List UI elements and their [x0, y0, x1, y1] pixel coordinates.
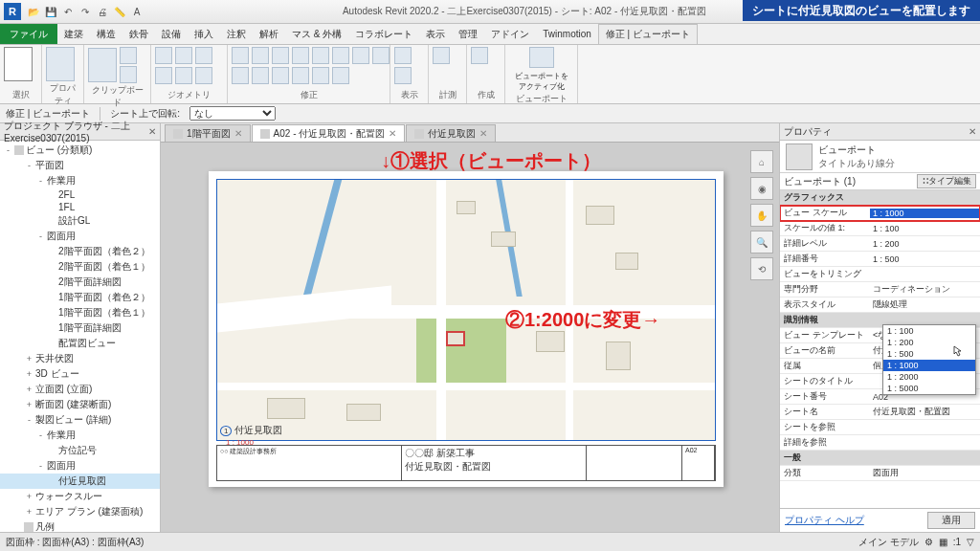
tree-node[interactable]: 配置図ビュー — [0, 336, 160, 351]
qat-print-icon[interactable]: 🖨 — [96, 5, 109, 18]
activate-viewport-icon[interactable] — [529, 47, 554, 68]
create-icon[interactable] — [471, 47, 488, 64]
prop-row[interactable]: 詳細レベル1 : 200 — [780, 236, 980, 252]
nav-zoom-icon[interactable]: 🔍 — [750, 231, 773, 253]
prop-row[interactable]: ビュー スケール1 : 1000 — [780, 206, 980, 221]
qat-redo-icon[interactable]: ↷ — [78, 5, 92, 18]
tree-node[interactable]: 2階平面詳細図 — [0, 275, 160, 290]
modify-tool-icon[interactable] — [292, 47, 309, 64]
modify-icon[interactable] — [4, 47, 33, 81]
view-icon[interactable] — [394, 47, 412, 64]
prop-row[interactable]: シートを参照 — [780, 420, 980, 435]
ribbon-tab[interactable]: 修正 | ビューポート — [598, 24, 698, 44]
instance-selector[interactable]: ビューポート (1) — [784, 175, 856, 188]
rotate-select[interactable]: なし — [189, 106, 276, 121]
tree-node[interactable]: +3D ビュー — [0, 366, 160, 382]
prop-row[interactable]: ビューをトリミング — [780, 267, 980, 282]
ribbon-tab[interactable]: 建築 — [57, 24, 90, 44]
cut-icon[interactable] — [120, 47, 137, 64]
ribbon-tab[interactable]: 挿入 — [188, 24, 220, 44]
geom-icon[interactable] — [175, 67, 192, 84]
geom-icon[interactable] — [155, 67, 172, 84]
modify-tool-icon[interactable] — [332, 67, 349, 84]
modify-tool-icon[interactable] — [272, 67, 289, 84]
canvas[interactable]: 1 付近見取図 1 : 1000 ○○ 建築設計事務所 〇〇邸 新築工事付近見取… — [161, 143, 779, 532]
tree-node[interactable]: 1階平面図（着色２） — [0, 290, 160, 305]
qat-save-icon[interactable]: 💾 — [44, 5, 57, 18]
tree-node[interactable]: 1階平面図（着色１） — [0, 305, 160, 320]
status-model[interactable]: メイン モデル — [858, 536, 919, 549]
nav-wheel-icon[interactable]: ◉ — [750, 177, 773, 200]
tree-node[interactable]: -作業用 — [0, 428, 160, 443]
ribbon-tab[interactable]: Twinmotion — [536, 24, 598, 44]
ribbon-tab[interactable]: 管理 — [452, 24, 484, 44]
sheet[interactable]: 1 付近見取図 1 : 1000 ○○ 建築設計事務所 〇〇邸 新築工事付近見取… — [209, 171, 724, 487]
qat-open-icon[interactable]: 📂 — [27, 5, 40, 18]
dropdown-option[interactable]: 1 : 100 — [883, 325, 975, 337]
modify-tool-icon[interactable] — [352, 47, 369, 64]
properties-icon[interactable] — [46, 47, 75, 81]
tree-node[interactable]: +エリア プラン (建築面積) — [0, 504, 160, 519]
tree-node[interactable]: 2階平面図（着色１） — [0, 259, 160, 275]
properties-help-link[interactable]: プロパティ ヘルプ — [785, 514, 864, 527]
browser-close-icon[interactable]: ✕ — [148, 126, 156, 137]
viewport-frame[interactable] — [216, 179, 716, 441]
prop-row[interactable]: 表示スタイル隠線処理 — [780, 298, 980, 313]
edit-type-button[interactable]: ∷タイプ編集 — [917, 174, 976, 188]
ribbon-tab[interactable]: 注釈 — [220, 24, 253, 44]
nav-orbit-icon[interactable]: ⟲ — [750, 257, 773, 280]
geom-icon[interactable] — [195, 67, 212, 84]
ribbon-tab[interactable]: 表示 — [419, 24, 452, 44]
apply-button[interactable]: 適用 — [927, 512, 975, 529]
dropdown-option[interactable]: 1 : 5000 — [883, 383, 975, 394]
tree-node[interactable]: 凡例 — [0, 519, 160, 532]
view-tab[interactable]: 付近見取図 ✕ — [406, 124, 496, 142]
status-icon[interactable]: ⚙ — [924, 537, 933, 547]
tree-node[interactable]: -平面図 — [0, 158, 160, 173]
qat-text-icon[interactable]: A — [130, 5, 144, 18]
type-selector[interactable]: ビューポートタイトルあり線分 — [780, 141, 980, 173]
modify-tool-icon[interactable] — [252, 67, 269, 84]
tree-node[interactable]: 方位記号 — [0, 443, 160, 458]
props-close-icon[interactable]: ✕ — [969, 126, 976, 137]
tree-node[interactable]: +ウォークスルー — [0, 489, 160, 504]
ribbon-tab[interactable]: 設備 — [155, 24, 188, 44]
qat-undo-icon[interactable]: ↶ — [61, 5, 75, 18]
project-tree[interactable]: - ビュー (分類順)-平面図-作業用2FL1FL設計GL-図面用2階平面図（着… — [0, 141, 160, 532]
copy-icon[interactable] — [120, 66, 137, 83]
scale-dropdown[interactable]: 1 : 1001 : 2001 : 5001 : 10001 : 20001 :… — [882, 324, 976, 395]
geom-icon[interactable] — [175, 47, 192, 64]
prop-row[interactable]: 分類図面用 — [780, 466, 980, 481]
paste-icon[interactable] — [88, 48, 117, 82]
file-tab[interactable]: ファイル — [0, 24, 57, 44]
qat-measure-icon[interactable]: 📏 — [113, 5, 126, 18]
tab-close-icon[interactable]: ✕ — [479, 128, 487, 139]
title-block[interactable]: ○○ 建築設計事務所 〇〇邸 新築工事付近見取図・配置図 A02 — [216, 445, 716, 481]
measure-icon[interactable] — [433, 47, 450, 64]
prop-row[interactable]: 詳細を参照 — [780, 435, 980, 451]
tab-close-icon[interactable]: ✕ — [389, 128, 396, 139]
ribbon-tab[interactable]: マス & 外構 — [285, 24, 348, 44]
modify-tool-icon[interactable] — [312, 47, 329, 64]
tree-node[interactable]: 設計GL — [0, 213, 160, 229]
nav-home-icon[interactable]: ⌂ — [750, 150, 773, 173]
ribbon-tab[interactable]: アドイン — [484, 24, 536, 44]
tree-node[interactable]: 1階平面詳細図 — [0, 320, 160, 336]
tree-node[interactable]: -図面用 — [0, 229, 160, 244]
modify-tool-icon[interactable] — [272, 47, 289, 64]
geom-icon[interactable] — [155, 47, 172, 64]
tree-node[interactable]: 付近見取図 — [0, 474, 160, 489]
nav-pan-icon[interactable]: ✋ — [750, 204, 773, 227]
tab-close-icon[interactable]: ✕ — [234, 128, 242, 139]
view-icon[interactable] — [394, 67, 412, 84]
prop-row[interactable]: 専門分野コーディネーション — [780, 282, 980, 298]
modify-tool-icon[interactable] — [372, 47, 390, 64]
ribbon-tab[interactable]: コラボレート — [348, 24, 419, 44]
ribbon-tab[interactable]: 解析 — [253, 24, 285, 44]
modify-tool-icon[interactable] — [332, 47, 349, 64]
modify-tool-icon[interactable] — [232, 67, 249, 84]
modify-tool-icon[interactable] — [232, 47, 249, 64]
tree-node[interactable]: +断面図 (建築断面) — [0, 397, 160, 412]
prop-row[interactable]: シート名付近見取図・配置図 — [780, 405, 980, 420]
view-tab[interactable]: 1階平面図 ✕ — [165, 124, 251, 142]
